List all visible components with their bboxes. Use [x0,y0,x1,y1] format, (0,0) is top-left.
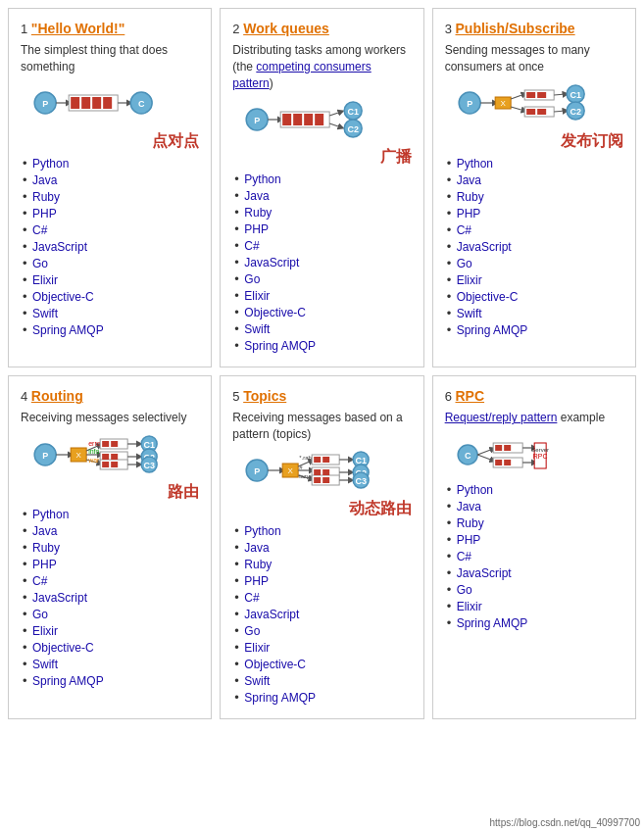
card-title[interactable]: Work queues [243,21,329,36]
language-link[interactable]: Objective-C [32,290,94,304]
language-link[interactable]: C# [32,223,47,237]
language-link[interactable]: JavaScript [457,566,512,580]
language-link[interactable]: Spring AMQP [244,339,316,353]
language-link[interactable]: JavaScript [32,591,87,605]
language-link[interactable]: Ruby [457,190,484,204]
language-link[interactable]: Elixir [457,600,482,613]
card-title[interactable]: "Hello World!" [31,21,124,36]
language-link[interactable]: JavaScript [32,240,87,254]
language-link[interactable]: JavaScript [457,240,512,254]
language-link[interactable]: Go [32,257,48,270]
svg-rect-5 [81,97,90,109]
svg-rect-36 [526,109,535,115]
card-title[interactable]: RPC [456,388,485,404]
language-link[interactable]: Python [32,508,69,521]
card-desc: Distributing tasks among workers (the co… [232,42,411,91]
list-item: Java [232,188,411,203]
svg-text:info: info [88,448,99,455]
language-link[interactable]: Ruby [244,558,272,571]
svg-rect-33 [526,92,535,98]
list-item: C# [21,222,199,237]
language-link[interactable]: PHP [457,533,481,547]
card-title[interactable]: Topics [243,388,286,404]
language-link[interactable]: Elixir [244,641,270,655]
language-link[interactable]: Objective-C [457,290,519,304]
language-link[interactable]: Go [457,583,472,597]
list-item: JavaScript [445,565,623,580]
card-title[interactable]: Publish/Subscribe [456,21,575,36]
card-diagram: PXerrorinfowarnC1C2C3 [21,432,199,476]
language-link[interactable]: Elixir [32,273,58,287]
language-link[interactable]: Elixir [244,289,270,303]
language-link[interactable]: Java [244,541,269,555]
card-title[interactable]: Routing [31,388,83,404]
language-link[interactable]: Java [457,500,481,514]
language-link[interactable]: PHP [32,558,57,571]
language-link[interactable]: Python [32,157,69,171]
language-link[interactable]: Python [457,157,493,171]
card-6: 6 RPCRequest/reply pattern exampleCRPCSe… [432,375,636,719]
language-link[interactable]: Java [244,189,269,203]
language-link[interactable]: Python [244,172,280,186]
language-link[interactable]: Python [244,524,280,538]
list-item: Java [232,540,411,555]
language-link[interactable]: C# [244,239,259,253]
list-item: Elixir [21,623,199,638]
language-link[interactable]: Spring AMQP [244,691,316,705]
language-link[interactable]: Swift [457,307,482,320]
list-item: Objective-C [21,640,199,655]
language-link[interactable]: Ruby [32,541,60,555]
language-link[interactable]: Spring AMQP [32,323,104,337]
language-link[interactable]: Spring AMQP [457,323,528,337]
language-link[interactable]: Spring AMQP [457,616,528,630]
language-link[interactable]: Objective-C [32,641,94,655]
language-link[interactable]: Python [457,483,493,497]
svg-text:C1: C1 [570,90,581,100]
language-link[interactable]: Go [32,608,48,621]
language-link[interactable]: Go [457,257,472,270]
language-link[interactable]: PHP [244,222,269,236]
list-item: Objective-C [232,305,411,319]
card-number: 4 [21,389,31,404]
list-item: JavaScript [21,590,199,605]
language-link[interactable]: PHP [457,207,481,220]
svg-line-104 [477,449,493,455]
list-item: PHP [445,532,623,547]
list-item: Go [232,623,411,638]
language-link[interactable]: Go [244,272,260,286]
language-link[interactable]: Java [32,173,57,187]
language-link[interactable]: Java [32,524,57,538]
language-link[interactable]: JavaScript [244,256,299,269]
language-link[interactable]: JavaScript [244,608,299,621]
language-link[interactable]: Swift [32,307,58,320]
language-link[interactable]: Swift [32,658,58,671]
language-link[interactable]: Ruby [244,206,272,220]
language-link[interactable]: Elixir [457,273,482,287]
language-link[interactable]: C# [32,574,47,588]
list-item: Spring AMQP [21,322,199,337]
language-link[interactable]: C# [457,223,471,237]
list-item: Swift [232,321,411,336]
language-link[interactable]: C# [457,550,471,563]
card-diagram: PC1C2 [232,97,411,141]
card-number: 6 [445,389,456,404]
language-link[interactable]: Go [244,624,260,638]
language-link[interactable]: Ruby [32,190,60,204]
language-link[interactable]: Spring AMQP [32,674,104,688]
card-link-list: PythonJavaRubyPHPC#JavaScriptGoElixirObj… [445,156,623,337]
language-link[interactable]: PHP [32,207,57,220]
language-link[interactable]: Ruby [457,516,484,530]
list-item: C# [445,549,623,563]
language-link[interactable]: Swift [244,674,270,688]
language-link[interactable]: Objective-C [244,306,306,319]
svg-rect-16 [293,114,302,125]
language-link[interactable]: Objective-C [244,658,306,671]
language-link[interactable]: Elixir [32,624,58,638]
svg-rect-4 [71,97,79,109]
svg-rect-87 [314,457,321,463]
svg-text:P: P [254,116,260,125]
language-link[interactable]: Swift [244,322,270,336]
language-link[interactable]: PHP [244,574,269,588]
language-link[interactable]: C# [244,591,259,605]
language-link[interactable]: Java [457,173,481,187]
